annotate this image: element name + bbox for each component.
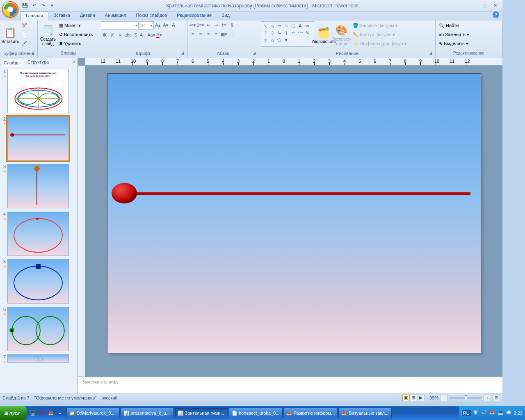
slide-thumb-4[interactable]: ♥: [7, 212, 69, 256]
zoom-in[interactable]: +: [484, 395, 491, 401]
save-button[interactable]: 💾: [21, 2, 29, 9]
find-button[interactable]: 🔍Найти: [437, 21, 471, 30]
rect-shape[interactable]: ▭: [276, 23, 282, 29]
brace[interactable]: }: [283, 30, 289, 36]
outline-tab[interactable]: Структура: [24, 58, 52, 67]
tab-design[interactable]: Дизайн: [75, 11, 100, 21]
red-line-shape[interactable]: [132, 192, 470, 195]
sorter-view[interactable]: ⊞: [410, 395, 417, 401]
font-family-combo[interactable]: ▾: [101, 21, 139, 30]
arrow-right[interactable]: ⇨: [304, 23, 310, 29]
help-button[interactable]: ?: [493, 11, 499, 18]
tab-animation[interactable]: Анимация: [100, 11, 131, 21]
case-button[interactable]: Aa▾: [148, 31, 155, 39]
align-justify[interactable]: ≡: [212, 30, 220, 38]
format-painter[interactable]: 🖌️: [20, 39, 29, 48]
select-button[interactable]: ⬉Выделить ▾: [437, 39, 471, 48]
paste-button[interactable]: 📋Вставить: [2, 21, 19, 49]
close-button[interactable]: ✕: [490, 2, 500, 9]
rrect-shape[interactable]: ▢: [290, 23, 296, 29]
slideshow-view[interactable]: ▶: [417, 395, 425, 401]
indent-dec[interactable]: ⇤: [205, 21, 212, 29]
undo-button[interactable]: ↶: [30, 2, 38, 9]
shapes-gallery[interactable]: ＼↘▭○▢A ⇨⇧⇩↳}☆ 〰✎◇△⬠▾: [261, 21, 314, 47]
bold-button[interactable]: Ж: [101, 31, 108, 39]
arrow-shape[interactable]: ↘: [269, 23, 275, 29]
shape-fill[interactable]: 🪣Заливка фигуры ▾: [351, 21, 409, 30]
slide-thumb-7[interactable]: [7, 354, 69, 363]
font-color[interactable]: A▾: [155, 31, 163, 39]
notes-pane[interactable]: Заметки к слайду: [78, 377, 502, 393]
office-button[interactable]: [2, 1, 18, 18]
more-shapes[interactable]: ▾: [283, 37, 289, 43]
slides-tab[interactable]: Слайды: [0, 59, 24, 67]
font-size-combo[interactable]: 34▾: [139, 21, 154, 30]
strike-button[interactable]: abc: [124, 31, 132, 39]
red-oval-shape[interactable]: [112, 183, 137, 203]
shape-outline[interactable]: ✏️Контур фигуры ▾: [351, 30, 409, 39]
font-launcher[interactable]: ◢: [180, 51, 185, 55]
tab-home[interactable]: Главная: [21, 11, 48, 21]
tab-review[interactable]: Рецензирование: [172, 11, 217, 21]
cut-button[interactable]: ✂️: [20, 21, 29, 30]
slide-thumbnails[interactable]: 1✦ Зрительная гимнастика Тренажер Базарн…: [0, 67, 78, 393]
arrange-button[interactable]: 🗂️Упорядочить: [315, 21, 332, 49]
vertical-ruler[interactable]: [78, 66, 85, 377]
tab-view[interactable]: Вид: [217, 11, 235, 21]
new-slide-button[interactable]: 🗒️Создать слайд: [39, 21, 57, 49]
tab-insert[interactable]: Вставка: [48, 11, 75, 21]
slide-thumb-1[interactable]: Зрительная гимнастика Тренажер Базарного…: [7, 69, 69, 113]
numbering[interactable]: 1≡▾: [197, 21, 204, 29]
sidepane-close[interactable]: ×: [70, 58, 78, 67]
oval-shape[interactable]: ○: [283, 23, 289, 29]
align-left[interactable]: ≡: [189, 30, 196, 38]
spacing-button[interactable]: A↔: [140, 31, 147, 39]
clipboard-launcher[interactable]: ◢: [31, 51, 35, 55]
align-right[interactable]: ≡: [205, 30, 212, 38]
italic-button[interactable]: К: [109, 31, 116, 39]
columns[interactable]: ▦▾: [220, 30, 228, 38]
slide-canvas[interactable]: [107, 74, 481, 353]
reset-button[interactable]: ↺Восстановить: [57, 30, 94, 39]
shrink-font[interactable]: A▾: [162, 21, 169, 29]
etc2[interactable]: △: [269, 37, 275, 43]
grow-font[interactable]: A▴: [154, 21, 162, 29]
maximize-button[interactable]: □: [479, 2, 489, 9]
zoom-slider[interactable]: [449, 397, 482, 399]
curve[interactable]: 〰: [297, 30, 303, 36]
line-spacing[interactable]: ‡≡: [220, 21, 228, 29]
indent-inc[interactable]: ⇥: [212, 21, 220, 29]
slide-thumb-3[interactable]: [7, 164, 69, 208]
delete-slide-button[interactable]: ✖Удалить: [57, 39, 94, 48]
drawing-launcher[interactable]: ◢: [429, 51, 433, 55]
horizontal-ruler[interactable]: 1211109876543210123456789101112: [85, 58, 502, 66]
zoom-fit[interactable]: ⊡: [493, 395, 500, 401]
zoom-percent[interactable]: 99%: [429, 395, 438, 400]
normal-view[interactable]: ▣: [402, 395, 410, 401]
textbox-shape[interactable]: A: [297, 23, 303, 29]
clear-format[interactable]: A̶: [170, 21, 177, 29]
quick-styles-button[interactable]: 🎨Экспресс-стили: [333, 21, 350, 49]
tab-slideshow[interactable]: Показ слайдов: [131, 11, 172, 21]
arrow-up[interactable]: ⇧: [262, 30, 268, 36]
slide-thumb-5[interactable]: [7, 259, 69, 304]
connector[interactable]: ↳: [276, 30, 282, 36]
minimize-button[interactable]: _: [469, 2, 479, 9]
bullets[interactable]: •≡▾: [189, 21, 196, 29]
qat-dropdown[interactable]: ▾: [48, 2, 56, 9]
arrow-down[interactable]: ⇩: [269, 30, 275, 36]
shadow-button[interactable]: S: [132, 31, 139, 39]
zoom-out[interactable]: −: [440, 395, 447, 401]
shape-effects[interactable]: ✨Эффекты для фигур ▾: [351, 39, 409, 48]
align-center[interactable]: ≡: [197, 30, 204, 38]
redo-button[interactable]: ↷: [39, 2, 47, 9]
star-shape[interactable]: ☆: [290, 30, 296, 36]
slide-thumb-6[interactable]: ☻: [7, 307, 69, 351]
slide-canvas-area[interactable]: [85, 66, 502, 377]
copy-button[interactable]: 📄: [20, 30, 29, 39]
line-shape[interactable]: ＼: [262, 23, 268, 29]
freeform[interactable]: ✎: [304, 30, 310, 36]
paragraph-launcher[interactable]: ◢: [252, 51, 256, 55]
status-language[interactable]: русский: [101, 395, 117, 400]
layout-button[interactable]: ▦Макет ▾: [57, 21, 94, 30]
